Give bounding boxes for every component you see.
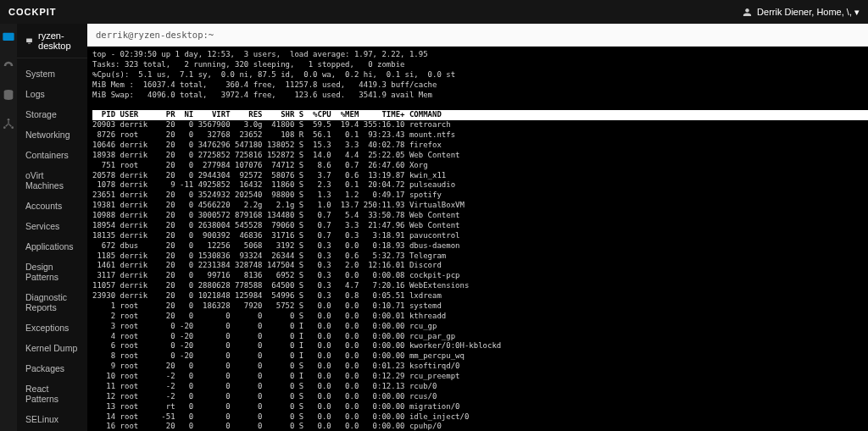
database-icon xyxy=(2,88,15,102)
rail-gauge[interactable] xyxy=(0,58,17,75)
nav-react-patterns[interactable]: React Patterns xyxy=(17,379,87,409)
gauge-icon xyxy=(2,59,15,73)
nav-networking[interactable]: Networking xyxy=(17,124,87,145)
nav-ovirt[interactable]: oVirt Machines xyxy=(17,165,87,196)
user-icon xyxy=(743,8,752,17)
rail-dashboard[interactable] xyxy=(0,29,17,46)
nav-diagnostic-reports[interactable]: Diagnostic Reports xyxy=(17,287,87,318)
nav-kernel-dump[interactable]: Kernel Dump xyxy=(17,338,87,358)
nav-design-patterns[interactable]: Design Patterns xyxy=(17,257,87,287)
nav-list: System Logs Storage Networking Container… xyxy=(17,58,87,431)
nav-packages[interactable]: Packages xyxy=(17,358,87,379)
process-header-row: PID USER PR NI VIRT RES SHR S %CPU %MEM … xyxy=(92,110,868,120)
user-label: Derrik Diener, Home, \, ▾ xyxy=(757,7,860,18)
terminal-prompt: derrik@ryzen-desktop:~ xyxy=(96,30,214,40)
nav-exceptions[interactable]: Exceptions xyxy=(17,318,87,338)
nav-logs[interactable]: Logs xyxy=(17,84,87,104)
top-bar: COCKPIT Derrik Diener, Home, \, ▾ xyxy=(0,0,868,24)
network-icon xyxy=(2,117,15,130)
nav-applications[interactable]: Applications xyxy=(17,236,87,257)
rail-storage[interactable] xyxy=(0,86,17,103)
nav-system[interactable]: System xyxy=(17,64,87,84)
shell: ryzen-desktop System Logs Storage Networ… xyxy=(0,24,868,431)
nav-selinux[interactable]: SELinux xyxy=(17,409,87,429)
terminal-header: derrik@ryzen-desktop:~ Reset xyxy=(87,24,868,47)
host-selector[interactable]: ryzen-desktop xyxy=(17,24,87,58)
host-icon xyxy=(25,36,33,47)
svg-rect-6 xyxy=(28,42,31,43)
rail-network[interactable] xyxy=(0,115,17,132)
svg-rect-0 xyxy=(3,33,14,41)
nav-storage[interactable]: Storage xyxy=(17,104,87,124)
main-pane: derrik@ryzen-desktop:~ Reset top - 02:39… xyxy=(87,24,868,431)
nav-accounts[interactable]: Accounts xyxy=(17,196,87,216)
brand-logo: COCKPIT xyxy=(8,7,57,17)
user-menu[interactable]: Derrik Diener, Home, \, ▾ xyxy=(743,7,860,18)
terminal-output[interactable]: top - 02:39:50 up 1 day, 12:53, 3 users,… xyxy=(87,47,868,431)
svg-point-3 xyxy=(11,126,14,129)
nav-services[interactable]: Services xyxy=(17,216,87,236)
svg-point-4 xyxy=(8,119,10,121)
sidebar: ryzen-desktop System Logs Storage Networ… xyxy=(17,24,87,431)
nav-containers[interactable]: Containers xyxy=(17,145,87,165)
host-label: ryzen-desktop xyxy=(38,30,79,51)
svg-point-2 xyxy=(3,126,6,129)
dashboard-icon xyxy=(2,30,15,44)
icon-rail xyxy=(0,24,17,431)
svg-rect-5 xyxy=(26,38,32,42)
